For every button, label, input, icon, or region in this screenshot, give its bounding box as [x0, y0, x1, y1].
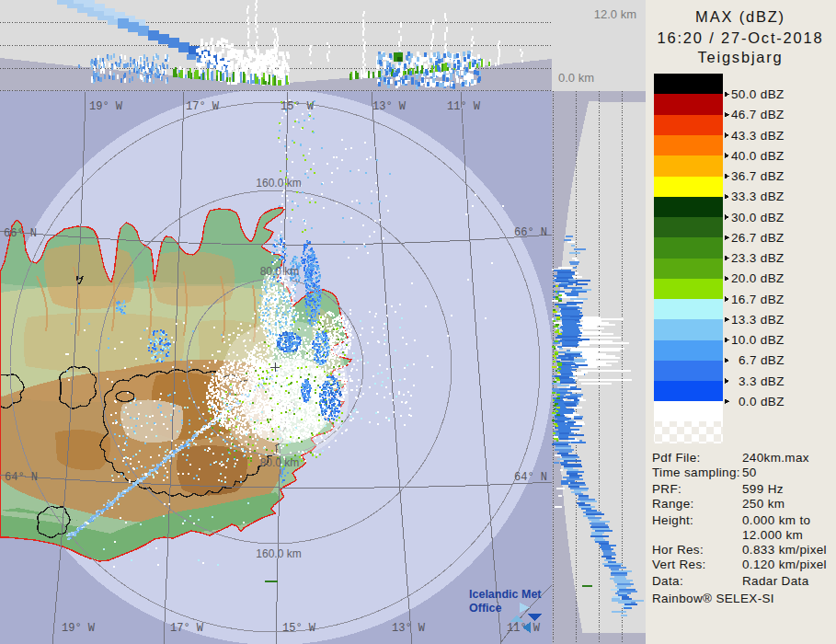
- svg-text:80.0 km: 80.0 km: [260, 265, 300, 278]
- svg-text:20.0 dBZ: 20.0 dBZ: [731, 271, 784, 285]
- svg-text:Height:: Height:: [652, 513, 693, 527]
- svg-text:30.0 dBZ: 30.0 dBZ: [731, 211, 784, 224]
- svg-text:66° N: 66° N: [4, 227, 37, 240]
- svg-text:599 Hz: 599 Hz: [742, 482, 784, 496]
- svg-text:33.3 dBZ: 33.3 dBZ: [731, 190, 784, 203]
- svg-text:3.3 dBZ: 3.3 dBZ: [739, 374, 784, 388]
- svg-text:11° W: 11° W: [447, 100, 481, 113]
- svg-text:0.0 km: 0.0 km: [558, 71, 594, 85]
- svg-text:Icelandic Met: Icelandic Met: [469, 588, 542, 601]
- svg-text:Teigsbjarg: Teigsbjarg: [697, 49, 783, 65]
- svg-text:Rainbow® SELEX-SI: Rainbow® SELEX-SI: [652, 592, 774, 605]
- svg-text:Hor Res:: Hor Res:: [652, 543, 704, 557]
- svg-text:15° W: 15° W: [281, 100, 315, 113]
- svg-text:0.000 km to: 0.000 km to: [742, 513, 810, 527]
- svg-text:19° W: 19° W: [62, 622, 96, 635]
- svg-text:16:20 / 27-Oct-2018: 16:20 / 27-Oct-2018: [658, 29, 824, 46]
- svg-text:19° W: 19° W: [89, 100, 123, 113]
- svg-text:240km.max: 240km.max: [742, 451, 809, 465]
- svg-text:11° W: 11° W: [507, 622, 541, 635]
- svg-text:13° W: 13° W: [392, 622, 426, 635]
- svg-text:64° N: 64° N: [514, 471, 547, 484]
- svg-text:Time sampling:: Time sampling:: [652, 466, 740, 479]
- svg-text:50.0 dBZ: 50.0 dBZ: [731, 87, 784, 101]
- svg-text:0.0 dBZ: 0.0 dBZ: [739, 395, 784, 408]
- svg-text:80.0 km: 80.0 km: [260, 456, 300, 469]
- svg-text:13° W: 13° W: [372, 100, 407, 113]
- svg-text:Office: Office: [469, 602, 501, 615]
- svg-text:50: 50: [742, 466, 757, 479]
- svg-text:Range:: Range:: [652, 497, 694, 511]
- svg-text:PRF:: PRF:: [652, 482, 681, 496]
- svg-text:Pdf File:: Pdf File:: [652, 451, 701, 465]
- svg-text:6.7 dBZ: 6.7 dBZ: [739, 353, 784, 367]
- svg-text:12.0 km: 12.0 km: [594, 7, 636, 21]
- svg-text:10.0 dBZ: 10.0 dBZ: [731, 333, 784, 347]
- svg-text:160.0 km: 160.0 km: [256, 547, 301, 560]
- svg-text:17° W: 17° W: [170, 622, 204, 635]
- svg-text:66° N: 66° N: [514, 226, 547, 239]
- svg-text:36.7 dBZ: 36.7 dBZ: [731, 169, 784, 183]
- svg-text:Data:: Data:: [652, 574, 683, 588]
- svg-text:46.7 dBZ: 46.7 dBZ: [731, 108, 784, 121]
- svg-text:64° N: 64° N: [5, 471, 38, 484]
- svg-text:13.3 dBZ: 13.3 dBZ: [731, 313, 784, 327]
- svg-text:160.0 km: 160.0 km: [256, 177, 301, 190]
- svg-text:MAX (dBZ): MAX (dBZ): [695, 8, 785, 25]
- svg-text:16.7 dBZ: 16.7 dBZ: [731, 293, 784, 306]
- svg-text:0.833 km/pixel: 0.833 km/pixel: [742, 543, 827, 557]
- svg-text:17° W: 17° W: [186, 100, 220, 113]
- svg-text:Radar Data: Radar Data: [742, 574, 809, 588]
- svg-text:250 km: 250 km: [742, 497, 784, 511]
- svg-text:12.000 km: 12.000 km: [742, 528, 803, 542]
- svg-text:23.3 dBZ: 23.3 dBZ: [731, 251, 784, 265]
- svg-text:43.3 dBZ: 43.3 dBZ: [731, 129, 784, 143]
- svg-text:26.7 dBZ: 26.7 dBZ: [731, 231, 784, 245]
- svg-text:15° W: 15° W: [282, 622, 316, 635]
- svg-text:Vert Res:: Vert Res:: [652, 558, 706, 571]
- svg-text:0.120 km/pixel: 0.120 km/pixel: [742, 558, 827, 571]
- svg-text:40.0 dBZ: 40.0 dBZ: [731, 149, 784, 163]
